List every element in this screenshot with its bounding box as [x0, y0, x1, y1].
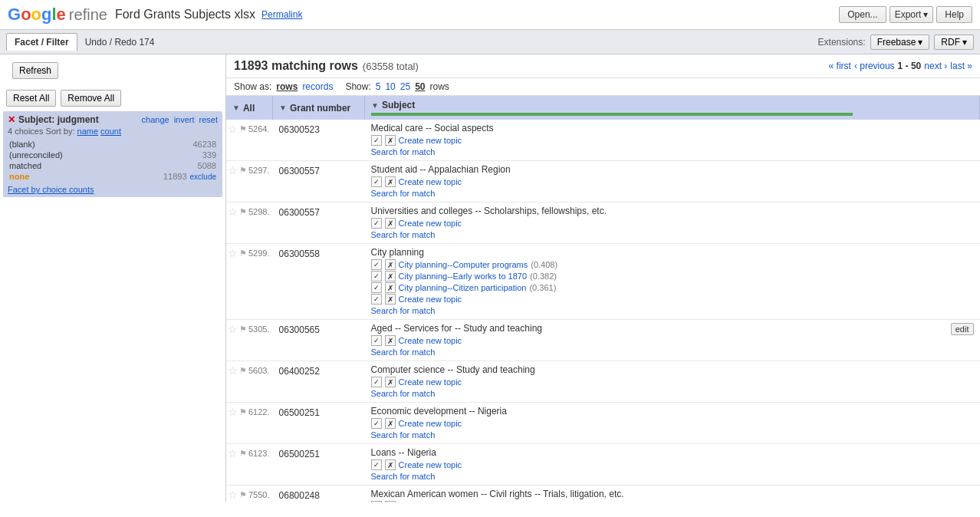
- create-new-link[interactable]: Create new topic: [399, 136, 462, 145]
- create-approve-icon[interactable]: ✓: [371, 418, 382, 429]
- create-new-link[interactable]: Create new topic: [399, 177, 462, 186]
- export-button[interactable]: Export ▾: [890, 6, 934, 23]
- search-match-link[interactable]: Search for match: [371, 347, 436, 357]
- edit-button[interactable]: edit: [951, 323, 974, 335]
- star-icon[interactable]: ☆: [228, 206, 238, 218]
- create-new-link[interactable]: Create new topic: [399, 419, 462, 428]
- create-new-link[interactable]: Create new topic: [399, 336, 462, 345]
- create-reject-icon[interactable]: ✗: [385, 218, 396, 229]
- rdf-button[interactable]: RDF ▾: [934, 35, 974, 50]
- create-approve-icon[interactable]: ✓: [371, 176, 382, 187]
- remove-all-button[interactable]: Remove All: [61, 90, 121, 107]
- undo-redo[interactable]: Undo / Redo 174: [85, 37, 155, 48]
- create-reject-icon[interactable]: ✗: [385, 377, 396, 387]
- match-reject-icon[interactable]: ✗: [385, 271, 396, 282]
- create-new-link[interactable]: Create new topic: [399, 295, 462, 304]
- flag-icon[interactable]: ⚑: [239, 249, 247, 258]
- star-icon[interactable]: ☆: [228, 364, 238, 377]
- flag-icon[interactable]: ⚑: [239, 449, 247, 459]
- create-reject-icon[interactable]: ✗: [385, 294, 396, 305]
- match-approve-icon[interactable]: ✓: [371, 282, 382, 293]
- match-approve-icon[interactable]: ✓: [371, 259, 382, 270]
- match-topic-link[interactable]: City planning--Computer programs: [399, 260, 528, 269]
- match-reject-icon[interactable]: ✗: [385, 282, 396, 293]
- create-new-link[interactable]: Create new topic: [399, 377, 462, 387]
- sort-count-link[interactable]: count: [100, 127, 121, 136]
- create-new-line: ✓ ✗ Create new topic: [371, 418, 974, 429]
- create-approve-icon[interactable]: ✓: [371, 501, 382, 502]
- search-match-link[interactable]: Search for match: [371, 472, 436, 481]
- change-link[interactable]: change: [142, 115, 169, 124]
- remove-filter-icon[interactable]: ✕: [8, 114, 15, 125]
- star-icon[interactable]: ☆: [228, 489, 238, 501]
- search-match-link[interactable]: Search for match: [371, 189, 436, 198]
- create-reject-icon[interactable]: ✗: [385, 501, 396, 502]
- col-subject[interactable]: ▼ Subject: [365, 96, 980, 120]
- permalink-link[interactable]: Permalink: [261, 9, 302, 20]
- match-topic-link[interactable]: City planning--Citizen participation: [399, 283, 527, 292]
- create-reject-icon[interactable]: ✗: [385, 418, 396, 429]
- flag-icon[interactable]: ⚑: [239, 124, 247, 134]
- create-reject-icon[interactable]: ✗: [385, 176, 396, 187]
- star-icon[interactable]: ☆: [228, 447, 238, 459]
- create-reject-icon[interactable]: ✗: [385, 335, 396, 346]
- facet-by-choice-link[interactable]: Facet by choice counts: [8, 185, 218, 194]
- create-reject-icon[interactable]: ✗: [385, 135, 396, 146]
- flag-icon[interactable]: ⚑: [239, 407, 247, 417]
- choice-unreconciled[interactable]: (unreconciled) 339: [8, 150, 218, 160]
- prev-page-link[interactable]: ‹ previous: [854, 61, 895, 71]
- invert-link[interactable]: invert: [174, 115, 195, 124]
- create-approve-icon[interactable]: ✓: [371, 459, 382, 470]
- create-new-link[interactable]: Create new topic: [399, 460, 462, 469]
- create-reject-icon[interactable]: ✗: [385, 459, 396, 470]
- star-icon[interactable]: ☆: [228, 123, 238, 135]
- star-icon[interactable]: ☆: [228, 164, 238, 176]
- first-page-link[interactable]: « first: [829, 61, 851, 71]
- create-approve-icon[interactable]: ✓: [371, 377, 382, 387]
- create-approve-icon[interactable]: ✓: [371, 294, 382, 305]
- choice-none[interactable]: none 11893 exclude: [8, 171, 218, 182]
- choice-matched[interactable]: matched 5088: [8, 160, 218, 171]
- show-records-link[interactable]: records: [302, 81, 333, 92]
- show-5-link[interactable]: 5: [376, 81, 381, 92]
- all-col-label[interactable]: All: [243, 103, 255, 114]
- choice-blank[interactable]: (blank) 46238: [8, 139, 218, 150]
- search-match-link[interactable]: Search for match: [371, 147, 436, 156]
- star-icon[interactable]: ☆: [228, 247, 238, 259]
- create-new-link[interactable]: Create new topic: [399, 219, 462, 228]
- match-approve-icon[interactable]: ✓: [371, 271, 382, 282]
- flag-icon[interactable]: ⚑: [239, 166, 247, 176]
- create-new-link[interactable]: Create new topic: [399, 502, 462, 502]
- reset-all-button[interactable]: Reset All: [6, 90, 56, 107]
- exclude-link[interactable]: exclude: [190, 173, 216, 181]
- sort-name-link[interactable]: name: [77, 127, 99, 136]
- facet-filter-tab[interactable]: Facet / Filter: [6, 33, 77, 51]
- col-grant-number[interactable]: ▼ Grant number: [273, 96, 365, 120]
- flag-icon[interactable]: ⚑: [239, 490, 247, 500]
- match-topic-link[interactable]: City planning--Early works to 1870: [399, 272, 528, 281]
- search-match-link[interactable]: Search for match: [371, 306, 436, 315]
- create-approve-icon[interactable]: ✓: [371, 218, 382, 229]
- show-10-link[interactable]: 10: [385, 81, 395, 92]
- flag-icon[interactable]: ⚑: [239, 324, 247, 334]
- create-approve-icon[interactable]: ✓: [371, 135, 382, 146]
- show-rows-link[interactable]: rows: [276, 81, 298, 92]
- open-button[interactable]: Open...: [839, 6, 886, 23]
- last-page-link[interactable]: last »: [950, 61, 972, 71]
- show-50-link[interactable]: 50: [415, 81, 425, 92]
- search-match-link[interactable]: Search for match: [371, 230, 436, 239]
- match-reject-icon[interactable]: ✗: [385, 259, 396, 270]
- freebase-button[interactable]: Freebase ▾: [870, 35, 930, 50]
- star-icon[interactable]: ☆: [228, 323, 238, 335]
- refresh-button[interactable]: Refresh: [12, 62, 58, 79]
- reset-link[interactable]: reset: [199, 115, 218, 124]
- create-approve-icon[interactable]: ✓: [371, 335, 382, 346]
- flag-icon[interactable]: ⚑: [239, 366, 247, 376]
- search-match-link[interactable]: Search for match: [371, 389, 436, 398]
- flag-icon[interactable]: ⚑: [239, 207, 247, 217]
- help-button[interactable]: Help: [936, 6, 972, 23]
- star-icon[interactable]: ☆: [228, 406, 238, 418]
- show-25-link[interactable]: 25: [400, 81, 410, 92]
- next-page-link[interactable]: next ›: [924, 61, 947, 71]
- search-match-link[interactable]: Search for match: [371, 430, 436, 440]
